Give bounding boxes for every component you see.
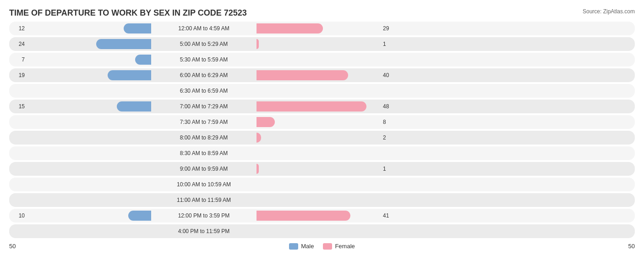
bar-left-section [27,86,151,96]
male-value: 12 [9,25,27,32]
male-value: 19 [9,72,27,78]
female-value: 1 [380,41,403,47]
female-bar [257,133,261,143]
bar-left-section [27,70,151,80]
bar-right-section [257,226,380,236]
bar-row: 8:00 AM to 8:29 AM 2 [9,131,635,145]
female-value: 41 [380,212,403,219]
female-value: 29 [380,25,403,32]
female-value: 8 [380,119,403,125]
bar-row: 10 12:00 PM to 3:59 PM 41 [9,209,635,223]
female-bar [257,164,259,174]
female-bar [257,23,323,33]
time-label: 8:30 AM to 8:59 AM [151,150,257,156]
legend-female-label: Female [335,243,355,250]
axis-right: 50 [493,243,635,250]
bar-row: 4:00 PM to 11:59 PM [9,224,635,238]
time-label: 10:00 AM to 10:59 AM [151,181,257,188]
bar-row: 15 7:00 AM to 7:29 AM 48 [9,100,635,113]
time-label: 5:30 AM to 5:59 AM [151,56,257,63]
legend-area: Male Female [151,243,493,250]
male-bar [96,39,151,49]
male-bar [135,55,151,65]
male-bar [124,23,151,33]
legend-male-label: Male [301,243,314,250]
chart-title: TIME OF DEPARTURE TO WORK BY SEX IN ZIP … [9,8,635,18]
time-label: 4:00 PM to 11:59 PM [151,228,257,234]
male-value: 10 [9,212,27,219]
bar-right-section [257,133,380,143]
time-label: 11:00 AM to 11:59 AM [151,197,257,203]
bar-row: 7 5:30 AM to 5:59 AM [9,53,635,67]
female-value: 2 [380,134,403,141]
bottom-axis: 50 Male Female 50 [9,243,635,250]
male-value: 15 [9,103,27,110]
bar-right-section [257,117,380,127]
female-bar [257,211,350,221]
chart-container: TIME OF DEPARTURE TO WORK BY SEX IN ZIP … [0,0,644,273]
male-value: 24 [9,41,27,47]
time-label: 8:00 AM to 8:29 AM [151,134,257,141]
female-value: 1 [380,166,403,172]
legend-male-box [289,243,298,250]
legend-female-box [323,243,332,250]
time-label: 6:00 AM to 6:29 AM [151,72,257,78]
bar-row: 7:30 AM to 7:59 AM 8 [9,115,635,129]
bar-right-section [257,70,380,80]
bar-left-section [27,211,151,221]
bar-left-section [27,148,151,158]
bar-left-section [27,226,151,236]
time-label: 12:00 AM to 4:59 AM [151,25,257,32]
time-label: 7:30 AM to 7:59 AM [151,119,257,125]
bar-right-section [257,211,380,221]
bar-row: 8:30 AM to 8:59 AM [9,146,635,160]
time-label: 9:00 AM to 9:59 AM [151,166,257,172]
female-bar [257,70,348,80]
time-label: 6:30 AM to 6:59 AM [151,88,257,94]
bar-row: 11:00 AM to 11:59 AM [9,193,635,207]
legend-female: Female [323,243,355,250]
bar-left-section [27,133,151,143]
bar-right-section [257,39,380,49]
female-value: 48 [380,103,403,110]
bar-right-section [257,164,380,174]
bar-row: 6:30 AM to 6:59 AM [9,84,635,98]
axis-left-val: 50 [9,243,16,250]
female-value: 40 [380,72,403,78]
axis-right-val: 50 [628,243,635,250]
source-label: Source: ZipAtlas.com [583,8,635,15]
female-bar [257,101,366,111]
bar-row: 9:00 AM to 9:59 AM 1 [9,162,635,176]
female-bar [257,39,259,49]
male-bar [108,70,151,80]
bar-right-section [257,195,380,205]
bar-row: 12 12:00 AM to 4:59 AM 29 [9,22,635,35]
bar-left-section [27,101,151,111]
bar-row: 10:00 AM to 10:59 AM [9,178,635,191]
time-label: 12:00 PM to 3:59 PM [151,212,257,219]
bar-left-section [27,55,151,65]
bar-right-section [257,86,380,96]
legend-male: Male [289,243,314,250]
bar-left-section [27,164,151,174]
male-bar [128,211,151,221]
bar-right-section [257,55,380,65]
bar-left-section [27,23,151,33]
bar-row: 24 5:00 AM to 5:29 AM 1 [9,37,635,51]
male-value: 7 [9,56,27,63]
chart-area: 12 12:00 AM to 4:59 AM 29 24 5:00 AM to … [9,22,635,240]
bar-left-section [27,39,151,49]
bar-right-section [257,179,380,189]
female-bar [257,117,275,127]
time-label: 7:00 AM to 7:29 AM [151,103,257,110]
bar-row: 19 6:00 AM to 6:29 AM 40 [9,68,635,82]
male-bar [117,101,151,111]
axis-left: 50 [9,243,151,250]
time-label: 5:00 AM to 5:29 AM [151,41,257,47]
bar-right-section [257,148,380,158]
bar-right-section [257,23,380,33]
bar-right-section [257,101,380,111]
bar-left-section [27,179,151,189]
bar-left-section [27,117,151,127]
bar-left-section [27,195,151,205]
